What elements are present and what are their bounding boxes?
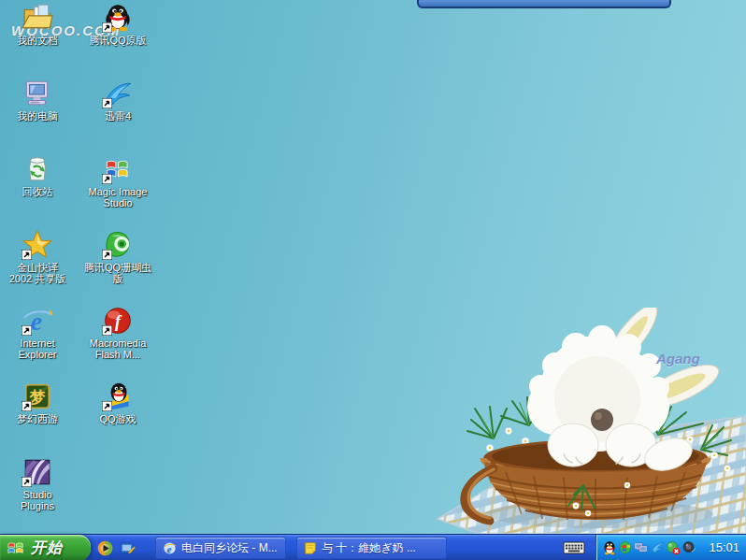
desktop-icon-kingsoft-quicktrans[interactable]: 金山快译 2002 共享版 [0,229,75,305]
desktop-icon-menghuan-xiyou[interactable]: 梦 梦幻西游 [0,381,75,456]
my-computer-icon [22,78,53,109]
desktop-icon-macromedia-flash[interactable]: f Macromedia Flash M... [75,305,161,381]
tray-speaker-icon[interactable] [681,540,696,555]
desktop: WOCOO.COM Agang [0,0,746,560]
wallpaper-bunny-basket-illustration [436,308,746,534]
desktop-icon-label: 我的文档 [17,35,58,46]
desktop-icon-label: Internet Explorer [19,337,57,360]
sticky-note-icon [304,541,317,554]
start-button-label: 开始 [31,538,63,558]
desktop-icon-grid: 我的文档 腾讯QQ原版 [0,2,161,532]
shortcut-arrow-icon [102,401,112,411]
shortcut-arrow-icon [22,477,32,487]
desktop-icon-label: 回收站 [22,186,53,197]
start-button[interactable]: 开始 [0,535,91,560]
tray-qq-penguin-icon[interactable] [602,540,617,555]
recycle-bin-icon [22,153,53,185]
ime-keyboard-icon[interactable] [563,540,585,555]
hidden-window-titlebar[interactable] [417,0,671,8]
taskbar-clock[interactable]: 15:01 [709,540,739,554]
desktop-icon-label: Magic Image Studio [89,186,148,208]
system-tray: 15:01 [595,535,746,560]
taskbar-button-label: 与 十：維她ぎ奶 ... [322,540,416,556]
taskbar: 开始 e 电白同乡论坛 - M... [0,534,746,560]
taskbar-window-button-forum[interactable]: e 电白同乡论坛 - M... [155,537,286,559]
windows-flag-icon [7,538,25,557]
desktop-icon-label: Studio Plugins [21,489,54,511]
desktop-icon-label: 迅雷4 [105,110,131,122]
taskbar-button-label: 电白同乡论坛 - M... [181,540,278,556]
desktop-icon-label: 梦幻西游 [17,413,58,424]
taskbar-window-button-chat[interactable]: 与 十：維她ぎ奶 ... [296,537,447,559]
desktop-icon-label: Macromedia Flash M... [90,337,147,360]
desktop-icon-label: QQ游戏 [99,413,136,424]
shortcut-arrow-icon [102,174,112,184]
desktop-icon-qq-original[interactable]: 腾讯QQ原版 [75,2,161,78]
show-desktop-icon[interactable] [120,540,136,556]
desktop-icon-qq-coral[interactable]: 腾讯QQ珊瑚虫 版 [75,229,161,305]
desktop-icon-label: 我的电脑 [17,110,58,122]
desktop-icon-recycle-bin[interactable]: 回收站 [0,153,75,229]
shortcut-arrow-icon [102,250,112,260]
tray-thunder-icon[interactable] [650,540,665,555]
desktop-icon-thunder4[interactable]: 迅雷4 [75,78,161,153]
internet-explorer-icon: e [163,541,177,555]
shortcut-arrow-icon [102,98,112,108]
shortcut-arrow-icon [22,250,32,260]
desktop-icon-my-documents[interactable]: 我的文档 [0,2,75,78]
desktop-icon-internet-explorer[interactable]: e Internet Explorer [0,305,75,381]
wallpaper-watermark-artist: Agang [656,351,700,366]
quick-launch-bar [97,535,136,560]
tray-network-computers-icon[interactable] [634,540,649,555]
desktop-icon-label: 腾讯QQ珊瑚虫 版 [84,262,151,284]
desktop-icon-magic-image-studio[interactable]: Magic Image Studio [75,153,161,229]
my-documents-icon [22,2,53,34]
desktop-icon-qq-games[interactable]: QQ游戏 [75,381,161,456]
shortcut-arrow-icon [102,22,112,33]
tray-green-ball-error-icon[interactable] [666,540,681,555]
shortcut-arrow-icon [22,401,32,411]
media-player-icon[interactable] [97,540,113,556]
desktop-icon-my-computer[interactable]: 我的电脑 [0,78,75,153]
shortcut-arrow-icon [22,325,32,336]
desktop-icon-studio-plugins[interactable]: Studio Plugins [0,456,75,532]
tray-qq-coral-icon[interactable] [618,540,633,555]
desktop-icon-label: 金山快译 2002 共享版 [9,262,66,284]
desktop-icon-label: 腾讯QQ原版 [89,35,146,46]
shortcut-arrow-icon [102,325,112,336]
